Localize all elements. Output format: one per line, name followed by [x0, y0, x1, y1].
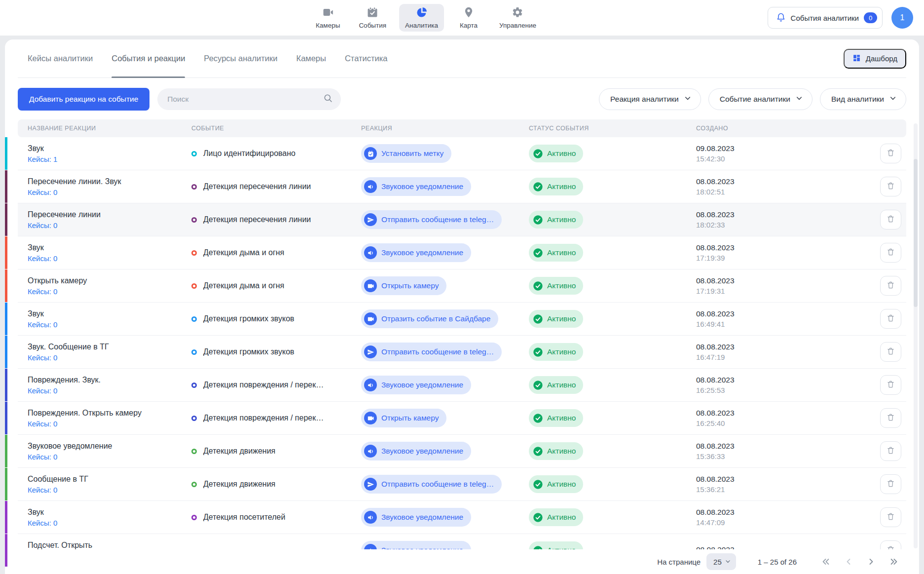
status-badge: Активно [529, 145, 583, 162]
table-row[interactable]: Повреждения. Открыть камеру Кейсы: 0 Дет… [18, 402, 906, 435]
tab-statistics[interactable]: Статистика [345, 39, 388, 77]
delete-button[interactable] [880, 309, 901, 329]
delete-button[interactable] [880, 342, 901, 362]
scrollbar-track[interactable] [914, 123, 918, 548]
cases-link[interactable]: Кейсы: 0 [28, 254, 186, 263]
nav-item-management[interactable]: Управление [493, 4, 542, 32]
delete-button[interactable] [880, 408, 901, 428]
filter-event-type[interactable]: Событие аналитики [708, 88, 813, 110]
per-page-select[interactable]: 25 [706, 553, 736, 570]
first-page-button[interactable] [820, 556, 831, 567]
filter-analytics-kind[interactable]: Вид аналитики [820, 88, 906, 110]
status-label: Активно [547, 215, 576, 224]
event-cell: Детекция громких звуков [186, 347, 356, 356]
reaction-chip[interactable]: Установить метку [361, 144, 451, 163]
scrollbar-thumb[interactable] [914, 159, 918, 307]
table-row[interactable]: Открыть камеру Кейсы: 0 Детекция дыма и … [18, 269, 906, 303]
reaction-chip[interactable]: Звуковое уведомление [361, 177, 471, 196]
delete-button[interactable] [880, 243, 901, 263]
reaction-chip[interactable]: Открыть камеру [361, 409, 446, 427]
table-row[interactable]: Звук Кейсы: 0 Детекция дыма и огня Звуко… [18, 236, 906, 269]
gear-icon [512, 6, 523, 20]
nav-item-analytics[interactable]: Аналитика [399, 4, 444, 32]
next-page-button[interactable] [866, 556, 877, 567]
cases-link[interactable]: Кейсы: 0 [28, 420, 186, 428]
status-cell: Активно [524, 211, 691, 229]
reaction-chip[interactable]: Звуковое уведомление [361, 243, 471, 262]
cases-link[interactable]: Кейсы: 0 [28, 386, 186, 395]
reaction-chip-label: Звуковое уведомление [381, 513, 463, 522]
trash-icon [887, 479, 895, 489]
nav-item-map[interactable]: Карта [451, 4, 486, 32]
tab-cameras[interactable]: Камеры [296, 39, 326, 77]
chevron-down-icon [684, 94, 692, 104]
cases-link[interactable]: Кейсы: 0 [28, 188, 186, 196]
table-row[interactable]: Звук Кейсы: 0 Детекция громких звуков От… [18, 303, 906, 336]
tab-analytics-resources[interactable]: Ресурсы аналитики [204, 39, 277, 77]
reaction-chip[interactable]: Звуковое уведомление [361, 442, 471, 460]
table-row[interactable]: Звуковое уведомление Кейсы: 0 Детекция д… [18, 435, 906, 468]
delete-button[interactable] [880, 144, 901, 163]
tab-events-and-reactions[interactable]: События и реакции [111, 39, 185, 77]
nav-item-events[interactable]: События [353, 4, 392, 32]
cases-link[interactable]: Кейсы: 0 [28, 353, 186, 362]
delete-button[interactable] [880, 177, 901, 196]
table-row[interactable]: Звук Кейсы: 0 Детекция посетителей Звуко… [18, 501, 906, 534]
cases-link[interactable]: Кейсы: 0 [28, 519, 186, 527]
table-row[interactable]: Пересечение линии. Звук Кейсы: 0 Детекци… [18, 170, 906, 203]
previous-page-button[interactable] [843, 556, 854, 567]
table-row[interactable]: Сообщение в ТГ Кейсы: 0 Детекция движени… [18, 468, 906, 501]
created-cell: 08.08.2023 17:19:31 [691, 276, 861, 295]
reaction-chip[interactable]: Отправить сообщение в teleg… [361, 343, 502, 361]
event-ring-icon [191, 283, 197, 289]
reaction-cell: Открыть камеру [356, 409, 524, 427]
nav-item-cameras[interactable]: Камеры [310, 4, 346, 32]
cases-link[interactable]: Кейсы: 0 [28, 453, 186, 461]
reaction-cell: Установить метку [356, 144, 524, 163]
cases-link[interactable]: Кейсы: 1 [28, 155, 186, 163]
dashboard-button[interactable]: Дашборд [844, 49, 906, 69]
delete-button[interactable] [880, 276, 901, 296]
created-date: 08.08.2023 [696, 508, 861, 517]
cases-link[interactable]: Кейсы: 0 [28, 320, 186, 329]
created-cell: 08.08.2023 16:47:19 [691, 343, 861, 361]
actions-cell [861, 474, 906, 494]
delete-button[interactable] [880, 441, 901, 461]
cases-link[interactable]: Кейсы: 0 [28, 221, 186, 230]
delete-button[interactable] [880, 210, 901, 230]
table-row[interactable]: Пересечение линии Кейсы: 0 Детекция пере… [18, 203, 906, 236]
table-row[interactable]: Повреждения. Звук. Кейсы: 0 Детекция пов… [18, 369, 906, 402]
reaction-chip[interactable]: Звуковое уведомление [361, 376, 471, 394]
avatar[interactable]: 1 [891, 7, 913, 29]
delete-button[interactable] [880, 507, 901, 527]
reaction-chip[interactable]: Звуковое уведомление [361, 508, 471, 527]
tab-analytics-cases[interactable]: Кейсы аналитики [28, 39, 93, 77]
reaction-chip[interactable]: Отразить событие в Сайдбаре [361, 309, 498, 328]
per-page-value: 25 [713, 558, 722, 566]
cases-link[interactable]: Кейсы: 0 [28, 287, 186, 296]
reaction-chip[interactable]: Открыть камеру [361, 276, 446, 295]
table-row[interactable]: Звук. Сообщение в ТГ Кейсы: 0 Детекция г… [18, 336, 906, 369]
delete-button[interactable] [880, 375, 901, 395]
table-row[interactable]: Звук Кейсы: 1 Лицо идентифицировано Уста… [18, 137, 906, 170]
created-time: 18:02:33 [696, 221, 861, 229]
status-badge: Активно [529, 409, 583, 427]
check-circle-icon [533, 479, 543, 490]
filter-reaction-type[interactable]: Реакция аналитики [599, 88, 701, 110]
delete-button[interactable] [880, 474, 901, 494]
status-badge: Активно [529, 178, 583, 195]
last-page-button[interactable] [888, 556, 899, 567]
analytics-events-button[interactable]: События аналитики 0 [768, 7, 883, 29]
created-date: 08.08.2023 [696, 442, 861, 451]
reaction-name: Повреждения. Открыть камеру [28, 409, 186, 418]
reaction-chip[interactable]: Отправить сообщение в teleg… [361, 475, 502, 494]
search-input[interactable] [167, 95, 323, 104]
reaction-chip[interactable]: Отправить сообщение в teleg… [361, 210, 502, 229]
cases-link[interactable]: Кейсы: 0 [28, 486, 186, 494]
reaction-name: Звук [28, 309, 186, 318]
status-label: Активно [547, 513, 576, 522]
add-reaction-button[interactable]: Добавить реакцию на событие [18, 88, 149, 111]
event-label: Детекция пересечения линии [203, 182, 311, 191]
trash-icon [887, 380, 895, 390]
status-label: Активно [547, 182, 576, 191]
